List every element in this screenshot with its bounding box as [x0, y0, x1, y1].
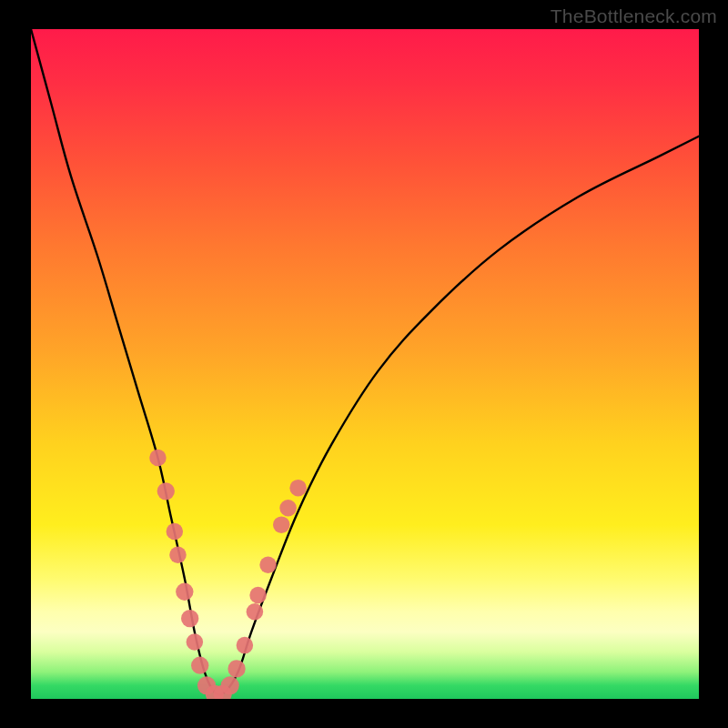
plot-area [31, 29, 699, 699]
marker-dot [237, 637, 254, 654]
marker-dot [273, 516, 290, 533]
marker-dot [249, 587, 267, 604]
curve-svg [31, 29, 699, 699]
marker-dot [169, 547, 187, 564]
marker-dot [279, 500, 297, 517]
marker-dot [191, 657, 208, 674]
marker-dot [221, 676, 239, 694]
marker-dot [157, 482, 175, 500]
marker-dot [149, 450, 167, 467]
marker-dot [181, 610, 198, 627]
chart-frame: TheBottleneck.com [0, 0, 728, 728]
bottleneck-curve [31, 29, 699, 695]
watermark-text: TheBottleneck.com [551, 5, 717, 27]
marker-group [149, 450, 307, 699]
marker-dot [259, 557, 277, 574]
marker-dot [176, 583, 193, 601]
marker-dot [247, 603, 264, 621]
marker-dot [167, 523, 184, 541]
marker-dot [228, 660, 245, 677]
marker-dot [289, 480, 307, 497]
marker-dot [187, 633, 204, 651]
